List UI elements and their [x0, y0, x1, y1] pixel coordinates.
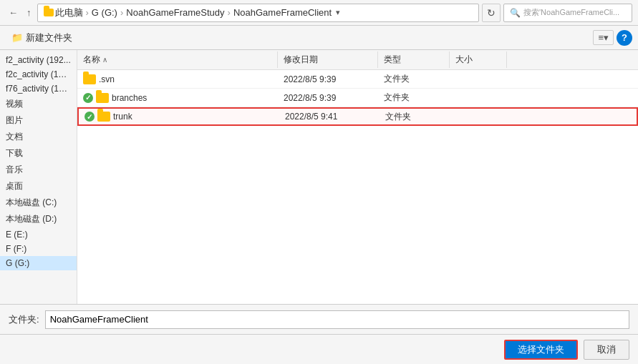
col-name-label: 名称: [83, 54, 100, 66]
table-row[interactable]: .svn 2022/8/5 9:39 文件夹: [77, 70, 638, 89]
cell-name-svn: .svn: [77, 70, 278, 88]
cell-date-svn: 2022/8/5 9:39: [278, 70, 378, 88]
up-button[interactable]: ↑: [24, 6, 34, 19]
folder-icon: [83, 74, 96, 84]
cell-size-branches: [450, 89, 507, 107]
sidebar-item-video[interactable]: 视频: [0, 96, 77, 112]
sidebar: f2_activity (192... f2c_activity (192...…: [0, 50, 77, 304]
table-row[interactable]: ✓ branches 2022/8/5 9:39 文件夹: [77, 89, 638, 107]
sidebar-item-f2c[interactable]: f2c_activity (192...: [0, 67, 77, 82]
address-bar: ← ↑ 此电脑 › G (G:) › NoahGameFrameStudy › …: [0, 0, 638, 26]
help-button[interactable]: ?: [617, 30, 632, 46]
new-folder-icon: 📁: [11, 32, 23, 43]
footer: 选择文件夹 取消: [0, 334, 638, 364]
col-header-size[interactable]: 大小: [450, 51, 507, 68]
sidebar-item-desktop[interactable]: 桌面: [0, 178, 77, 195]
col-date-label: 修改日期: [284, 54, 318, 66]
folder-small-icon: [44, 9, 54, 16]
select-folder-button[interactable]: 选择文件夹: [504, 340, 578, 360]
col-type-label: 类型: [384, 54, 401, 66]
folder-label: 文件夹:: [9, 313, 39, 326]
sidebar-item-c[interactable]: 本地磁盘 (C:): [0, 195, 77, 211]
main-area: f2_activity (192... f2c_activity (192...…: [0, 50, 638, 304]
folder-icon: [96, 93, 109, 103]
bottom-bar: 文件夹:: [0, 304, 638, 334]
folder-icon: [97, 112, 110, 122]
col-header-date[interactable]: 修改日期: [278, 51, 378, 68]
cell-date-branches: 2022/8/5 9:39: [278, 89, 378, 107]
cell-type-svn: 文件夹: [378, 70, 450, 88]
new-folder-label: 新建文件夹: [26, 31, 72, 44]
sidebar-item-e[interactable]: E (E:): [0, 227, 77, 242]
file-name-branches: branches: [112, 93, 147, 103]
cell-size-svn: [450, 70, 507, 88]
cell-name-trunk: ✓ trunk: [79, 109, 279, 124]
col-header-name[interactable]: 名称 ∧: [77, 51, 278, 68]
sidebar-item-f76[interactable]: f76_activity (192...: [0, 82, 77, 96]
sidebar-item-music[interactable]: 音乐: [0, 162, 77, 178]
breadcrumb: 此电脑 › G (G:) › NoahGameFrameStudy › Noah…: [37, 4, 480, 22]
sidebar-item-downloads[interactable]: 下载: [0, 145, 77, 162]
search-bar[interactable]: 🔍 搜索'NoahGameFrameCli...: [503, 4, 632, 22]
col-size-label: 大小: [455, 54, 473, 66]
col-header-type[interactable]: 类型: [378, 51, 450, 68]
sidebar-item-f2[interactable]: f2_activity (192...: [0, 53, 77, 67]
view-button[interactable]: ≡▾: [593, 30, 614, 45]
sidebar-item-pictures[interactable]: 图片: [0, 112, 77, 129]
search-icon: 🔍: [510, 8, 521, 18]
sidebar-item-f[interactable]: F (F:): [0, 242, 77, 256]
breadcrumb-dropdown-icon[interactable]: ▾: [336, 8, 340, 17]
file-rows: .svn 2022/8/5 9:39 文件夹 ✓ branches 2022/8…: [77, 70, 638, 304]
file-name-trunk: trunk: [113, 112, 132, 122]
svn-badge-icon: ✓: [83, 93, 93, 103]
search-placeholder: 搜索'NoahGameFrameCli...: [523, 7, 619, 18]
cancel-button[interactable]: 取消: [584, 340, 629, 360]
cell-size-trunk: [451, 109, 508, 124]
sort-arrow-icon: ∧: [102, 56, 107, 64]
folder-input[interactable]: [45, 310, 629, 329]
table-row[interactable]: ✓ trunk 2022/8/5 9:41 文件夹: [77, 107, 638, 126]
new-folder-button[interactable]: 📁 新建文件夹: [6, 29, 78, 46]
cell-type-trunk: 文件夹: [380, 109, 451, 124]
refresh-button[interactable]: ↻: [482, 4, 501, 22]
cell-type-branches: 文件夹: [378, 89, 450, 107]
breadcrumb-pc[interactable]: 此电脑: [55, 6, 83, 19]
breadcrumb-g[interactable]: G (G:): [92, 7, 117, 18]
toolbar: 📁 新建文件夹 ≡▾ ?: [0, 26, 638, 50]
cell-date-trunk: 2022/8/5 9:41: [279, 109, 380, 124]
svn-badge-icon: ✓: [84, 112, 95, 122]
breadcrumb-client[interactable]: NoahGameFrameClient: [233, 7, 332, 18]
sidebar-item-g[interactable]: G (G:): [0, 256, 77, 270]
breadcrumb-study[interactable]: NoahGameFrameStudy: [126, 7, 224, 18]
file-name-svn: .svn: [99, 74, 115, 84]
sidebar-item-d[interactable]: 本地磁盘 (D:): [0, 211, 77, 227]
back-button[interactable]: ←: [6, 6, 21, 19]
file-list-header: 名称 ∧ 修改日期 类型 大小: [77, 50, 638, 70]
cell-name-branches: ✓ branches: [77, 89, 278, 107]
sidebar-item-documents[interactable]: 文档: [0, 129, 77, 145]
file-list-area: 名称 ∧ 修改日期 类型 大小 .svn 2022/8/5 9:39: [77, 50, 638, 304]
